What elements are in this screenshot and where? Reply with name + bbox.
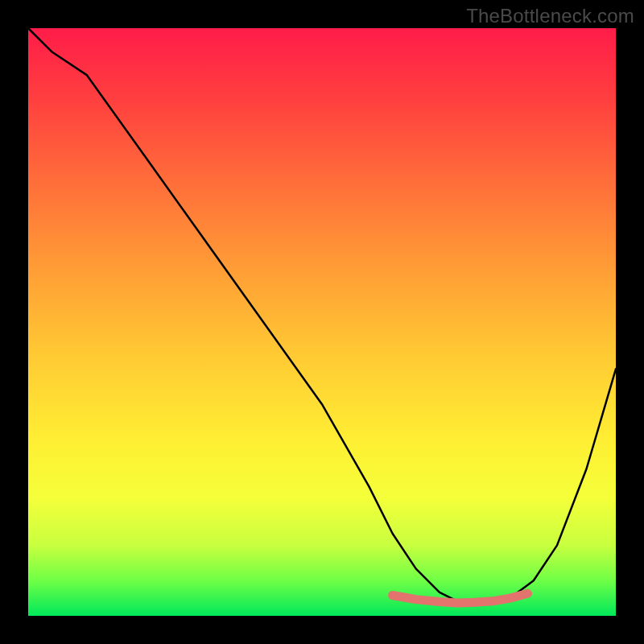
chart-svg xyxy=(28,28,616,616)
watermark-text: TheBottleneck.com xyxy=(466,5,634,27)
bottleneck-curve xyxy=(28,28,616,604)
bottleneck-floor-highlight xyxy=(393,593,528,603)
plot-area xyxy=(28,28,616,616)
chart-frame: TheBottleneck.com xyxy=(0,0,644,644)
